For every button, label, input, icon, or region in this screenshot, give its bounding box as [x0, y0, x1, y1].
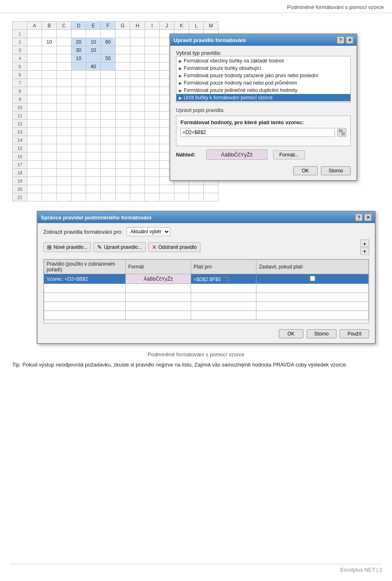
col-header-B: B — [42, 22, 57, 30]
spravce-dialog-titlebar: Správce pravidel podmíněného formátování… — [38, 212, 375, 223]
upravit-cancel-button[interactable]: Storno — [321, 166, 351, 175]
preview-row: Náhled: ÁáBbČčYyŽž Formát... — [176, 150, 351, 160]
spravce-dialog: Správce pravidel podmíněného formátování… — [37, 211, 376, 344]
upravit-help-button[interactable]: ? — [337, 36, 344, 44]
col-header-J: J — [160, 22, 174, 30]
page-footer: Excelplus.NET | 2 — [10, 564, 382, 573]
delete-rule-icon: ✕ — [152, 244, 157, 250]
col-header-A: A — [27, 22, 42, 30]
svg-rect-1 — [342, 133, 344, 135]
col-header-F: F — [101, 22, 116, 30]
rule-down-button[interactable]: ▼ — [360, 248, 369, 255]
spravce-footer: OK Storno Použít — [43, 327, 369, 338]
spravce-help-button[interactable]: ? — [355, 214, 363, 221]
footer-text: Excelplus.NET | 2 — [340, 567, 382, 573]
preview-box: ÁáBbČčYyŽž — [206, 150, 267, 160]
arrow-icon-3: ▶ — [179, 81, 182, 85]
col-header-C: C — [57, 22, 71, 30]
row-num-1: 1 — [13, 30, 27, 38]
arrow-icon-1: ▶ — [179, 66, 182, 71]
stop-checkbox[interactable] — [310, 276, 315, 281]
rule-empty-row-2 — [44, 293, 369, 302]
col-header-G: G — [116, 22, 130, 30]
rule-format-cell: ÁáBbČčYyŽž — [126, 274, 191, 284]
preview-label: Náhled: — [176, 152, 200, 158]
upravit-dialog-titlebar: Upravit pravidlo formátování ? ✕ — [170, 34, 356, 46]
rule-item-4[interactable]: ▶ Formátovat pouze jedinečné nebo duplic… — [176, 87, 350, 94]
section1-label: Vybrat typ pravidla: — [176, 50, 351, 56]
upravit-dialog-title: Upravit pravidlo formátování — [174, 37, 246, 43]
rule-formula-cell: Vzorec: =D2=$B$2 — [44, 274, 126, 284]
bottom-caption: Podmíněné formátování s pomocí vzorce — [12, 351, 380, 358]
rule-item-3[interactable]: ▶ Formátovat pouze hodnoty nad nebo pod … — [176, 79, 350, 87]
formula-input[interactable] — [180, 128, 335, 137]
col-header-K: K — [174, 22, 189, 30]
upravit-ok-button[interactable]: OK — [293, 166, 318, 175]
col-header-M: M — [204, 22, 218, 30]
edit-rule-button[interactable]: ✎ Upravit pravidlo... — [94, 242, 145, 252]
upravit-dialog: Upravit pravidlo formátování ? ✕ Vybrat … — [169, 34, 357, 181]
show-rules-select[interactable]: Aktuální výběr — [127, 227, 170, 236]
upravit-dialog-footer: OK Storno — [176, 164, 351, 175]
edit-rule-icon: ✎ — [97, 244, 102, 250]
col-header-E: E — [86, 22, 101, 30]
applies-ref-icon — [225, 277, 230, 282]
svg-rect-0 — [339, 130, 341, 132]
page-title-top: Podmíněné formátování s pomocí vzorce — [0, 0, 392, 13]
arrow-icon-5: ▶ — [179, 96, 182, 100]
rule-empty-row-3 — [44, 302, 369, 311]
col-header-I: I — [145, 22, 160, 30]
formula-ref-button[interactable] — [337, 128, 346, 137]
format-button[interactable]: Formát... — [273, 150, 305, 159]
row-num-3: 3 — [13, 46, 27, 54]
tip-text: Tip: Pokud výstup neodpovídá požadavku, … — [12, 361, 380, 369]
new-rule-icon: ⊞ — [47, 244, 52, 250]
ref-icon — [339, 130, 345, 135]
rule-item-0[interactable]: ▶ Formátovat všechny buňky na základě ho… — [176, 57, 350, 65]
row-num-4: 4 — [13, 54, 27, 63]
rule-up-button[interactable]: ▲ — [360, 239, 369, 247]
rule-empty-row-4 — [44, 311, 369, 320]
spravce-close-button[interactable]: ✕ — [364, 214, 372, 221]
svg-rect-3 — [225, 276, 227, 278]
col-header-D: D — [71, 22, 86, 30]
rule-applies-cell: =$D$2:$F$5 — [191, 274, 256, 284]
show-rules-row: Zobrazit pravidla formátování pro: Aktuá… — [43, 227, 369, 236]
spravce-ok-button[interactable]: OK — [279, 329, 303, 338]
rule-stop-cell[interactable] — [256, 274, 369, 284]
upravit-close-button[interactable]: ✕ — [346, 36, 353, 44]
show-rules-label: Zobrazit pravidla formátování pro: — [43, 229, 122, 235]
up-down-btns: ▲ ▼ — [360, 239, 369, 255]
delete-rule-button[interactable]: ✕ Odstranit pravidlo — [148, 242, 200, 252]
arrow-icon-4: ▶ — [179, 88, 182, 93]
col-header-format: Formát — [126, 260, 191, 274]
arrow-icon-2: ▶ — [179, 74, 182, 78]
rule-item-2[interactable]: ▶ Formátovat pouze hodnoty zařazené jako… — [176, 72, 350, 79]
new-rule-button[interactable]: ⊞ Nové pravidlo... — [43, 242, 91, 252]
formula-title: Formátovat hodnoty, pro které platí tent… — [180, 119, 346, 125]
row-num-5: 5 — [13, 63, 27, 71]
col-header-rule: Pravidlo (použito v zobrazeném pořadí) — [44, 260, 126, 274]
rule-table-row[interactable]: Vzorec: =D2=$B$2 ÁáBbČčYyŽž =$D$2:$F$5 — [44, 274, 369, 284]
svg-rect-4 — [228, 279, 230, 281]
col-header-applies: Platí pro — [191, 260, 256, 274]
rule-empty-row-1 — [44, 284, 369, 293]
title-text: Podmíněné formátování s pomocí vzorce — [287, 4, 384, 10]
arrow-icon-0: ▶ — [179, 59, 182, 63]
section2-label: Upravit popis pravidla: — [176, 107, 351, 113]
rule-item-1[interactable]: ▶ Formátovat pouze buňky obsahující — [176, 65, 350, 72]
rule-item-5[interactable]: ▶ Určit buňky k formátování pomocí vzorc… — [176, 94, 350, 101]
col-header-rownum — [13, 22, 27, 30]
row-num-2: 2 — [13, 38, 27, 46]
rules-table: Pravidlo (použito v zobrazeném pořadí) F… — [44, 259, 369, 320]
col-header-stop: Zastavit, pokud platí — [256, 260, 369, 274]
spravce-cancel-button[interactable]: Storno — [307, 329, 336, 338]
spravce-apply-button[interactable]: Použít — [340, 329, 369, 338]
spravce-dialog-title: Správce pravidel podmíněného formátování — [41, 215, 151, 221]
rule-type-list: ▶ Formátovat všechny buňky na základě ho… — [176, 56, 351, 103]
spravce-toolbar: ⊞ Nové pravidlo... ✎ Upravit pravidlo...… — [43, 239, 369, 255]
col-header-L: L — [189, 22, 204, 30]
col-header-H: H — [130, 22, 145, 30]
